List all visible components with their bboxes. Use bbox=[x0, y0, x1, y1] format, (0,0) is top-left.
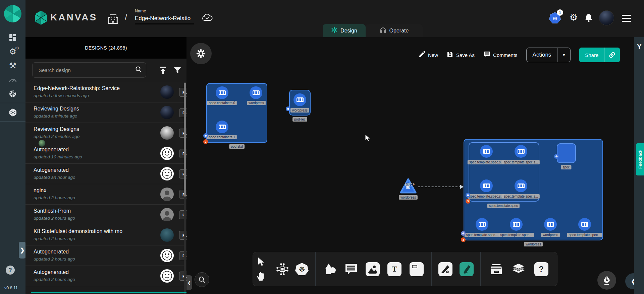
freehand-draw-tool[interactable] bbox=[460, 262, 474, 276]
question-glyph: ? bbox=[539, 265, 544, 274]
comments-button[interactable]: Comments bbox=[483, 51, 518, 59]
node-label: wordpress bbox=[290, 108, 309, 113]
sidebar-expand-button[interactable]: ❯ bbox=[19, 242, 26, 259]
user-avatar[interactable] bbox=[599, 10, 614, 25]
new-label: New bbox=[428, 52, 438, 58]
error-count-badge[interactable]: 3 bbox=[466, 199, 470, 204]
select-cursor-tool[interactable] bbox=[257, 257, 265, 267]
organization-icon[interactable] bbox=[108, 13, 118, 25]
actions-caret-icon[interactable]: ▼ bbox=[557, 48, 570, 62]
search-icon[interactable] bbox=[135, 66, 142, 74]
design-owner-avatar bbox=[160, 249, 174, 262]
collaborator-avatar bbox=[38, 140, 46, 147]
sidebar-item-performance[interactable] bbox=[0, 73, 25, 87]
tab-design[interactable]: Design bbox=[323, 24, 366, 37]
node-label: wordpress bbox=[524, 242, 543, 246]
design-list-item[interactable]: K8 Statefulset demonstration with mo upd… bbox=[25, 225, 184, 245]
error-count-badge[interactable]: 2 bbox=[203, 139, 208, 144]
archive-drawer-tool[interactable] bbox=[490, 263, 503, 275]
actions-button[interactable]: Actions ▼ bbox=[526, 48, 571, 62]
design-list-item[interactable]: nginx updated 2 hours ago PUBLIC bbox=[25, 184, 184, 205]
node-container[interactable] bbox=[480, 145, 493, 158]
node-container[interactable] bbox=[216, 121, 228, 133]
design-list-item[interactable]: Reviewing Designs updated a minute ago P… bbox=[25, 102, 184, 123]
note-tool[interactable] bbox=[410, 262, 424, 276]
components-dock-button[interactable] bbox=[190, 43, 212, 64]
k8s-badge: ☸ bbox=[461, 231, 466, 236]
help-button[interactable]: ? bbox=[6, 266, 15, 275]
design-name-input[interactable] bbox=[135, 14, 194, 24]
design-list-item[interactable]: Autogenerated updated 2 hours ago PUBLIC bbox=[25, 245, 184, 266]
save-as-button[interactable]: Save As bbox=[447, 51, 475, 59]
designs-scrollbar-thumb[interactable] bbox=[184, 83, 186, 197]
help-tool[interactable]: ? bbox=[534, 262, 548, 276]
shapes-tool[interactable] bbox=[324, 263, 337, 276]
sidebar-item-configuration[interactable]: ⚒ bbox=[0, 59, 25, 73]
sidebar-divider bbox=[0, 121, 25, 122]
node-container[interactable] bbox=[510, 218, 523, 231]
node-container[interactable] bbox=[293, 93, 306, 106]
node-container[interactable] bbox=[480, 179, 493, 192]
node-label: spec bbox=[561, 165, 571, 169]
pen-path-tool[interactable] bbox=[438, 262, 452, 276]
node-container[interactable] bbox=[515, 179, 527, 192]
kanvas-logo-icon bbox=[34, 10, 48, 26]
design-list-item[interactable]: Reviewing Designs updated 2 minutes ago … bbox=[25, 123, 184, 143]
node-pod-template[interactable] bbox=[469, 142, 539, 202]
meshery-logo[interactable] bbox=[4, 5, 21, 22]
feedback-tab[interactable]: Feedback bbox=[636, 143, 644, 175]
design-search-input[interactable] bbox=[38, 67, 135, 73]
comment-annotation-tool[interactable] bbox=[345, 263, 358, 275]
component-chip-tool[interactable] bbox=[276, 263, 288, 275]
design-list-item[interactable]: Autogenerated updated 2 hours ago PUBLIC bbox=[25, 266, 184, 286]
edge-arrowhead bbox=[460, 185, 464, 189]
sidebar-item-lifecycle[interactable]: ⚙⚙ bbox=[0, 45, 25, 59]
tab-design-label: Design bbox=[340, 28, 357, 34]
pan-hand-tool[interactable] bbox=[257, 272, 266, 281]
sidebar-item-dashboard[interactable] bbox=[0, 30, 25, 45]
zoom-control-button[interactable] bbox=[195, 272, 209, 287]
canvas-action-bar: New Save As Comments Actions ▼ Share bbox=[419, 47, 620, 63]
node-label: spec.template.spec... bbox=[499, 233, 534, 237]
container-icon bbox=[479, 222, 486, 227]
design-list-item[interactable]: Santhosh-Prom updated 2 hours ago PUBLIC bbox=[25, 205, 184, 225]
panel-collapse-button[interactable]: ❮ bbox=[186, 275, 192, 290]
notifications-bell-icon[interactable] bbox=[584, 13, 593, 24]
toolbar-group-components: ☸ bbox=[270, 252, 315, 286]
copy-link-icon[interactable] bbox=[604, 48, 620, 62]
import-design-icon[interactable] bbox=[159, 66, 167, 76]
node-container[interactable] bbox=[250, 86, 262, 99]
hierarchy-icon[interactable]: Y bbox=[636, 43, 643, 51]
sidebar-item-extensions[interactable] bbox=[0, 87, 25, 101]
design-search[interactable] bbox=[32, 62, 146, 78]
settings-gear-icon[interactable]: ⚙ bbox=[570, 12, 578, 23]
image-tool[interactable] bbox=[366, 262, 380, 276]
design-list-item[interactable]: Autogenerated updated an hour ago PUBLIC bbox=[25, 164, 184, 184]
node-container[interactable] bbox=[216, 86, 228, 99]
svg-text:☸: ☸ bbox=[299, 265, 305, 274]
design-list-item[interactable]: Autogenerated updated 10 minutes ago PUB… bbox=[25, 143, 184, 164]
new-button[interactable]: New bbox=[419, 51, 438, 59]
container-icon bbox=[253, 90, 260, 95]
node-container[interactable] bbox=[476, 218, 488, 231]
sidebar-item-kanvas[interactable] bbox=[0, 105, 25, 119]
node-container[interactable] bbox=[544, 218, 557, 231]
design-name: Autogenerated bbox=[34, 147, 131, 153]
layers-tool[interactable] bbox=[512, 263, 525, 276]
text-tool[interactable]: T bbox=[387, 262, 401, 276]
filter-icon[interactable] bbox=[173, 66, 181, 76]
menu-hamburger-icon[interactable] bbox=[622, 15, 631, 22]
node-spec[interactable] bbox=[557, 143, 576, 163]
node-container[interactable] bbox=[515, 145, 527, 158]
tab-operate[interactable]: Operate bbox=[366, 24, 423, 37]
share-button[interactable]: Share bbox=[579, 48, 620, 62]
edge-service-to-deployment[interactable] bbox=[418, 187, 461, 187]
kubernetes-tool[interactable]: ☸ bbox=[295, 263, 309, 276]
design-annotation-fab[interactable] bbox=[597, 271, 616, 290]
design-list-item[interactable]: Edge-Network-Relationship: Service updat… bbox=[25, 82, 184, 102]
node-container[interactable] bbox=[578, 218, 591, 231]
node-label: spec.template.spec.s... bbox=[468, 194, 505, 199]
design-name: Autogenerated bbox=[34, 249, 131, 255]
error-count-badge[interactable]: 3 bbox=[461, 237, 466, 242]
design-owner-avatar bbox=[160, 208, 174, 221]
